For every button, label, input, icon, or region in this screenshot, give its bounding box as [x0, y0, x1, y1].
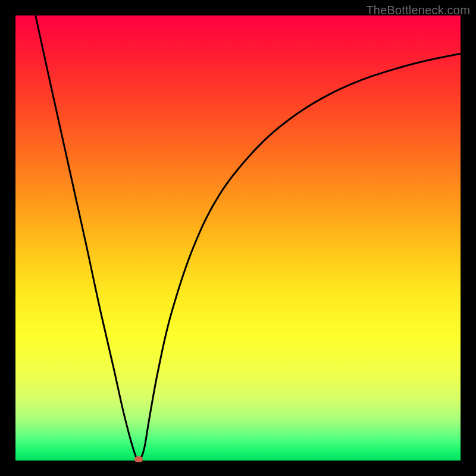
curve-right — [141, 54, 461, 458]
plot-area — [15, 15, 461, 461]
watermark-text: TheBottleneck.com — [366, 4, 470, 17]
minimum-marker — [134, 456, 143, 462]
curve-layer — [15, 15, 461, 461]
curve-left — [36, 15, 137, 458]
chart-frame: TheBottleneck.com — [0, 0, 476, 476]
